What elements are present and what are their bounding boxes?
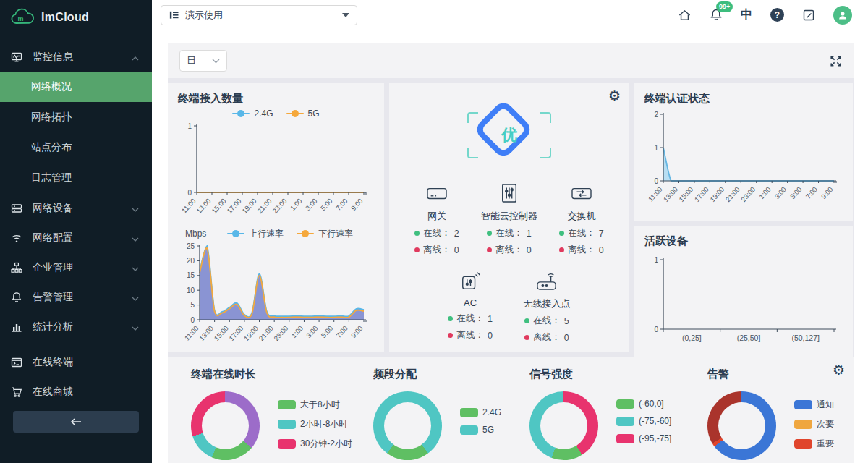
legend-item[interactable]: (-75,-60] xyxy=(616,416,671,426)
chevron-down-icon xyxy=(132,232,139,244)
legend-item[interactable]: (-95,-75] xyxy=(616,433,671,443)
help-icon[interactable]: ? xyxy=(770,8,784,22)
health-grade-indicator: 优 xyxy=(467,112,551,158)
device-name: 智能云控制器 xyxy=(481,210,537,223)
sidebar-item-alarm-management[interactable]: 告警管理 xyxy=(0,282,152,312)
brand-logo[interactable]: m ImCloud xyxy=(0,0,152,35)
sidebar-nav: 监控信息 网络概况 网络拓扑 站点分布 日志管理 网络设备 xyxy=(0,35,152,463)
legend-item[interactable]: 2小时-8小时 xyxy=(278,418,352,430)
monitoring-submenu: 网络概况 网络拓扑 站点分布 日志管理 xyxy=(0,72,152,193)
right-column: 终端认证状态 01211:0013:0015:0017:0019:0021:00… xyxy=(634,83,853,352)
access-count-chart: 0111:0013:0015:0017:0019:0021:0023:001:0… xyxy=(178,120,374,224)
sitemap-icon xyxy=(11,262,23,273)
chevron-down-icon xyxy=(132,203,139,214)
cards-row: 终端接入数量 2.4G5G 0111:0013:0015:0017:0019:0… xyxy=(168,83,854,352)
sidebar-item-network-overview[interactable]: 网络概况 xyxy=(0,72,152,102)
legend-item[interactable]: (-60,0] xyxy=(616,399,671,409)
signal-strength-legend: (-60,0](-75,-60](-95,-75] xyxy=(610,399,678,460)
legend-item[interactable]: 重要 xyxy=(794,438,834,450)
legend-item[interactable]: 上行速率 xyxy=(227,228,284,240)
svg-text:19:00: 19:00 xyxy=(240,197,258,215)
offline-count: 0 xyxy=(488,331,493,341)
device-name: 无线接入点 xyxy=(524,297,571,310)
sidebar-item-label: 告警管理 xyxy=(33,291,132,304)
chevron-down-icon xyxy=(132,292,139,303)
svg-text:5:00: 5:00 xyxy=(788,185,804,200)
chevron-down-icon xyxy=(132,262,139,273)
card-title: 终端认证状态 xyxy=(644,92,843,106)
online-count: 5 xyxy=(564,316,569,326)
svg-text:10: 10 xyxy=(187,286,195,294)
band-allocation-donut[interactable] xyxy=(373,391,442,460)
period-selector[interactable]: 日 xyxy=(179,50,227,72)
legend-item[interactable]: 5G xyxy=(460,425,501,435)
svg-text:15:00: 15:00 xyxy=(213,324,230,342)
shopping-cart-icon xyxy=(11,386,23,398)
sidebar-item-enterprise[interactable]: 企业管理 xyxy=(0,252,152,282)
home-icon[interactable] xyxy=(678,9,692,22)
bar-chart-icon xyxy=(11,321,23,333)
legend-item[interactable]: 5G xyxy=(286,109,320,119)
main-area: 演示使用 99+ 中 ? xyxy=(152,0,868,463)
svg-text:21:00: 21:00 xyxy=(258,324,275,342)
language-toggle[interactable]: 中 xyxy=(741,7,752,22)
card-title: 频段分配 xyxy=(373,368,529,381)
period-selector-value: 日 xyxy=(187,54,196,67)
settings-gear-icon[interactable]: ⚙ xyxy=(833,363,845,377)
sidebar-item-network-topology[interactable]: 网络拓扑 xyxy=(0,102,152,132)
sidebar-collapse-button[interactable] xyxy=(13,411,139,433)
svg-text:1: 1 xyxy=(187,122,192,130)
feedback-edit-icon[interactable] xyxy=(802,9,815,22)
band-allocation-legend: 2.4G5G xyxy=(454,407,508,460)
legend-item[interactable]: 通知 xyxy=(794,399,834,411)
legend-item[interactable]: 次要 xyxy=(794,418,834,430)
signal-strength-donut[interactable] xyxy=(529,391,598,460)
svg-text:13:00: 13:00 xyxy=(195,197,212,215)
svg-text:19:00: 19:00 xyxy=(242,324,260,342)
sidebar-item-online-terminals[interactable]: 在线终端 xyxy=(0,347,152,377)
sidebar-item-label: 网络设备 xyxy=(33,202,132,215)
svg-text:15: 15 xyxy=(187,271,195,279)
svg-text:1:00: 1:00 xyxy=(757,185,773,200)
svg-text:5:00: 5:00 xyxy=(320,324,335,339)
device-cloud-controller: 智能云控制器 在线：1 离线：0 xyxy=(481,180,537,256)
auth-status-chart: 01211:0013:0015:0017:0019:0021:0023:001:… xyxy=(644,109,843,214)
user-avatar[interactable] xyxy=(833,6,852,25)
topbar: 演示使用 99+ 中 ? xyxy=(152,0,868,30)
settings-gear-icon[interactable]: ⚙ xyxy=(608,89,621,103)
active-devices-card: 活跃设备 01(0,25](25,50](50,127] xyxy=(634,226,853,358)
sidebar-item-label: 网络配置 xyxy=(33,232,132,245)
offline-count: 0 xyxy=(564,333,569,343)
svg-text:3:00: 3:00 xyxy=(305,324,320,339)
svg-text:(50,127]: (50,127] xyxy=(791,334,820,342)
legend-item[interactable]: 下行速率 xyxy=(297,228,353,240)
sidebar-item-network-config[interactable]: 网络配置 xyxy=(0,223,152,252)
legend-item[interactable]: 30分钟-2小时 xyxy=(278,438,352,450)
terminal-auth-card: 终端认证状态 01211:0013:0015:0017:0019:0021:00… xyxy=(634,83,853,221)
sidebar-item-statistics[interactable]: 统计分析 xyxy=(0,312,152,341)
gateway-icon xyxy=(425,180,448,203)
legend-item[interactable]: 大于8小时 xyxy=(278,399,352,411)
alarm-donut[interactable] xyxy=(707,391,776,460)
online-duration-donut[interactable] xyxy=(191,391,260,460)
sidebar-item-online-store[interactable]: 在线商城 xyxy=(0,377,152,407)
card-title: 告警 xyxy=(707,368,842,381)
svg-text:17:00: 17:00 xyxy=(225,197,242,215)
sidebar-item-site-distribution[interactable]: 站点分布 xyxy=(0,132,152,163)
legend-item[interactable]: 2.4G xyxy=(460,407,501,417)
sidebar-item-network-devices[interactable]: 网络设备 xyxy=(0,193,152,223)
svg-text:1:00: 1:00 xyxy=(289,197,304,212)
svg-text:17:00: 17:00 xyxy=(227,324,244,342)
fullscreen-icon[interactable] xyxy=(830,55,842,67)
sidebar-item-monitoring[interactable]: 监控信息 xyxy=(0,42,152,72)
notifications-bell-icon[interactable]: 99+ xyxy=(710,8,723,22)
org-selector[interactable]: 演示使用 xyxy=(161,5,357,25)
ac-icon xyxy=(459,268,481,291)
svg-text:9:00: 9:00 xyxy=(820,185,835,200)
svg-text:7:00: 7:00 xyxy=(804,185,819,200)
online-count: 1 xyxy=(488,314,493,324)
svg-text:15:00: 15:00 xyxy=(210,197,227,215)
sidebar-item-log-management[interactable]: 日志管理 xyxy=(0,163,152,193)
legend-item[interactable]: 2.4G xyxy=(232,109,273,119)
sidebar: m ImCloud 监控信息 网络概况 网络拓扑 站点分布 日志管理 xyxy=(0,0,152,463)
